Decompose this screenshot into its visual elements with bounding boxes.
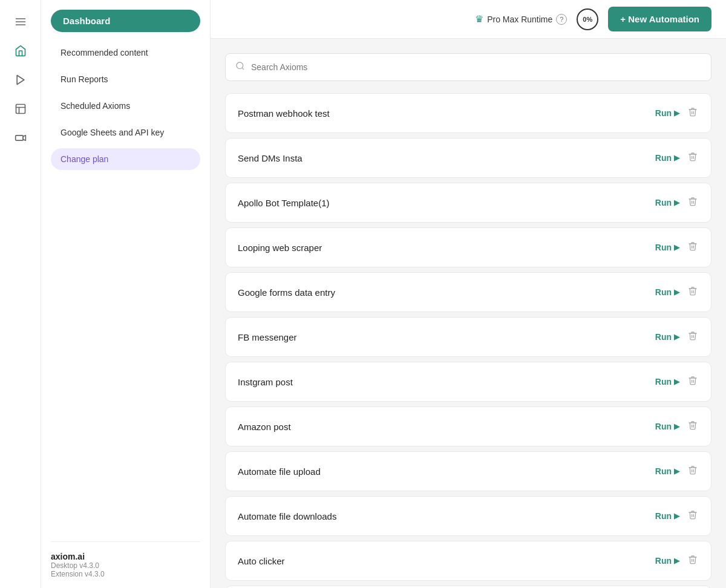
automation-list: Postman webhook test Run ▶ Send DMs Inst… — [225, 93, 711, 588]
play-icon: ▶ — [674, 198, 679, 207]
automation-item[interactable]: Google forms data entry Run ▶ — [225, 272, 711, 312]
play-icon: ▶ — [674, 333, 679, 341]
brand-label: axiom.ai — [51, 552, 200, 561]
delete-button[interactable] — [687, 464, 699, 479]
automation-name: Looping web scraper — [238, 243, 322, 253]
run-button[interactable]: Run ▶ — [655, 422, 679, 431]
delete-button[interactable] — [687, 195, 699, 210]
desktop-version-label: Desktop v4.3.0 — [51, 561, 200, 570]
run-button[interactable]: Run ▶ — [655, 466, 679, 476]
automation-actions: Run ▶ — [655, 419, 699, 434]
delete-button[interactable] — [687, 240, 699, 255]
delete-button[interactable] — [687, 330, 699, 344]
run-label: Run — [655, 422, 672, 431]
menu-icon[interactable] — [8, 10, 33, 34]
automation-item[interactable]: Send DMs Insta Run ▶ — [225, 138, 711, 178]
sidebar-item-change-plan[interactable]: Change plan — [51, 148, 200, 170]
automation-actions: Run ▶ — [655, 464, 699, 479]
automation-item[interactable]: Instgram post Run ▶ — [225, 362, 711, 402]
automation-item[interactable]: Automate file upload Run ▶ — [225, 451, 711, 491]
automation-actions: Run ▶ — [655, 151, 699, 165]
search-input[interactable] — [251, 62, 701, 72]
icon-rail — [0, 0, 41, 588]
delete-button[interactable] — [687, 509, 699, 523]
svg-line-10 — [242, 68, 244, 70]
svg-marker-8 — [23, 136, 25, 140]
automation-item[interactable]: Auto clicker Run ▶ — [225, 541, 711, 581]
automation-actions: Run ▶ — [655, 195, 699, 210]
run-button[interactable]: Run ▶ — [655, 243, 679, 252]
automation-name: Instgram post — [238, 377, 293, 387]
search-bar — [225, 53, 711, 81]
crown-icon: ♛ — [475, 13, 483, 25]
delete-button[interactable] — [687, 151, 699, 165]
search-icon — [235, 61, 245, 73]
delete-button[interactable] — [687, 419, 699, 434]
automation-name: Send DMs Insta — [238, 153, 302, 163]
main-area: ♛ Pro Max Runtime ? 0% + New Automation … — [211, 0, 726, 588]
play-icon[interactable] — [8, 68, 33, 92]
topbar: ♛ Pro Max Runtime ? 0% + New Automation — [211, 0, 726, 39]
reports-icon[interactable] — [8, 97, 33, 121]
run-label: Run — [655, 243, 672, 252]
play-icon: ▶ — [674, 512, 679, 520]
run-button[interactable]: Run ▶ — [655, 332, 679, 342]
run-label: Run — [655, 377, 672, 387]
dashboard-button[interactable]: Dashboard — [51, 10, 200, 32]
sidebar-item-run-reports[interactable]: Run Reports — [51, 68, 200, 90]
sidebar-item-recommended[interactable]: Recommended content — [51, 42, 200, 64]
play-icon: ▶ — [674, 377, 679, 386]
automation-item[interactable]: Automate file downloads Run ▶ — [225, 496, 711, 536]
automation-item[interactable]: Send Instagram DMs from Google Sheet(1) … — [225, 586, 711, 588]
automation-actions: Run ▶ — [655, 240, 699, 255]
run-label: Run — [655, 108, 672, 118]
automation-name: Automate file downloads — [238, 511, 336, 521]
automation-item[interactable]: FB messenger Run ▶ — [225, 317, 711, 357]
delete-button[interactable] — [687, 374, 699, 389]
run-label: Run — [655, 332, 672, 342]
automation-actions: Run ▶ — [655, 509, 699, 523]
automation-actions: Run ▶ — [655, 554, 699, 568]
run-label: Run — [655, 287, 672, 297]
delete-button[interactable] — [687, 554, 699, 568]
help-icon[interactable]: ? — [556, 14, 567, 25]
run-button[interactable]: Run ▶ — [655, 377, 679, 387]
automation-item[interactable]: Postman webhook test Run ▶ — [225, 93, 711, 133]
sidebar-item-scheduled[interactable]: Scheduled Axioms — [51, 95, 200, 117]
run-button[interactable]: Run ▶ — [655, 287, 679, 297]
play-icon: ▶ — [674, 243, 679, 252]
run-button[interactable]: Run ▶ — [655, 511, 679, 521]
run-label: Run — [655, 556, 672, 566]
automation-name: FB messenger — [238, 332, 297, 342]
automation-item[interactable]: Amazon post Run ▶ — [225, 407, 711, 446]
run-button[interactable]: Run ▶ — [655, 198, 679, 207]
run-label: Run — [655, 153, 672, 163]
delete-button[interactable] — [687, 285, 699, 299]
run-button[interactable]: Run ▶ — [655, 153, 679, 163]
svg-rect-4 — [16, 105, 25, 114]
automation-item[interactable]: Apollo Bot Template(1) Run ▶ — [225, 183, 711, 223]
run-label: Run — [655, 511, 672, 521]
sidebar-bottom: axiom.ai Desktop v4.3.0 Extension v4.3.0 — [51, 541, 200, 578]
run-button[interactable]: Run ▶ — [655, 108, 679, 118]
run-button[interactable]: Run ▶ — [655, 556, 679, 566]
home-icon[interactable] — [8, 39, 33, 63]
play-icon: ▶ — [674, 109, 679, 117]
delete-button[interactable] — [687, 106, 699, 120]
automation-actions: Run ▶ — [655, 330, 699, 344]
automation-actions: Run ▶ — [655, 374, 699, 389]
sidebar-item-google-sheets[interactable]: Google Sheets and API key — [51, 122, 200, 143]
automation-name: Apollo Bot Template(1) — [238, 198, 329, 208]
usage-circle: 0% — [577, 8, 598, 30]
content-area: Postman webhook test Run ▶ Send DMs Inst… — [211, 39, 726, 588]
play-icon: ▶ — [674, 557, 679, 565]
play-icon: ▶ — [674, 288, 679, 296]
automation-name: Amazon post — [238, 422, 291, 432]
video-icon[interactable] — [8, 126, 33, 150]
new-automation-button[interactable]: + New Automation — [608, 7, 711, 31]
automation-item[interactable]: Looping web scraper Run ▶ — [225, 227, 711, 267]
automation-actions: Run ▶ — [655, 285, 699, 299]
automation-name: Auto clicker — [238, 556, 285, 566]
pro-label: Pro Max Runtime — [487, 15, 552, 24]
automation-name: Automate file upload — [238, 466, 321, 477]
